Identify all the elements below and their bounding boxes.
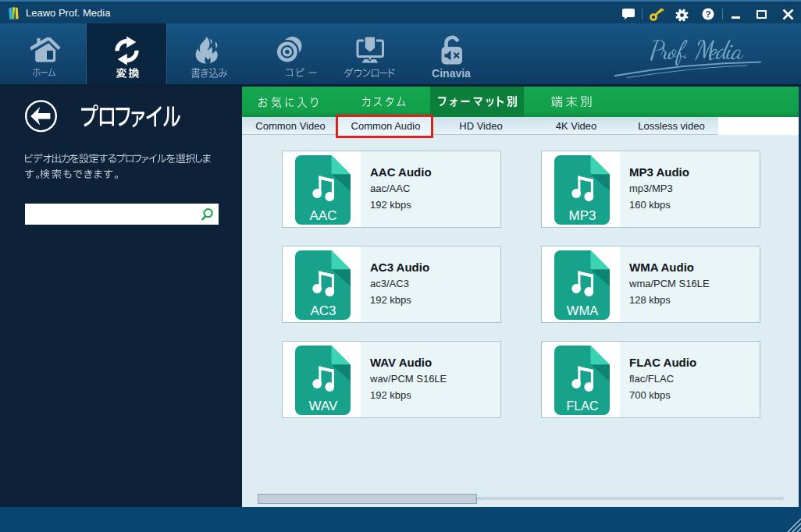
- svg-text:WMA: WMA: [567, 303, 598, 317]
- svg-text:MP3: MP3: [569, 208, 596, 223]
- svg-text:FLAC: FLAC: [567, 399, 599, 413]
- svg-text:AAC: AAC: [310, 208, 337, 223]
- svg-text:?: ?: [705, 9, 710, 19]
- svg-text:WAV: WAV: [309, 399, 338, 413]
- svg-text:AC3: AC3: [310, 303, 336, 318]
